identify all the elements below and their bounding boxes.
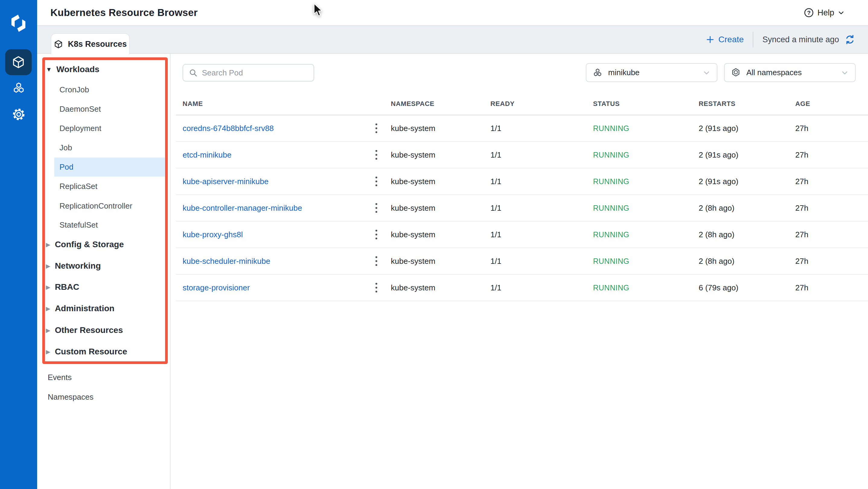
tab-strip: K8s Resources Create Synced a minute ago: [37, 26, 868, 54]
create-label: Create: [718, 35, 744, 44]
cell-namespace: kube-system: [391, 150, 490, 160]
pod-name-link[interactable]: kube-controller-manager-minikube: [183, 204, 370, 213]
pod-name-link[interactable]: storage-provisioner: [183, 283, 370, 293]
svg-text:?: ?: [807, 10, 811, 16]
main-content: minikube All namespaces NAME NAMESPACE R…: [170, 54, 868, 489]
cluster-select[interactable]: minikube: [586, 63, 717, 82]
cell-ready: 1/1: [490, 150, 593, 160]
cell-age: 27h: [795, 283, 868, 293]
gear-icon: [12, 108, 26, 121]
rail-item-clusters[interactable]: [12, 81, 26, 95]
table-row: coredns-674b8bbfcf-srv88 kube-system 1/1…: [176, 115, 868, 142]
cell-namespace: kube-system: [391, 177, 490, 186]
pod-name-link[interactable]: kube-proxy-ghs8l: [183, 230, 370, 239]
cell-namespace: kube-system: [391, 204, 490, 213]
cell-restarts: 6 (79s ago): [699, 283, 795, 293]
nav-item-pod[interactable]: Pod: [59, 158, 73, 176]
nav-item-daemonset[interactable]: DaemonSet: [59, 100, 101, 118]
row-actions-kebab-icon[interactable]: [370, 280, 383, 295]
help-label: Help: [817, 8, 834, 18]
rail-item-k8s-resources[interactable]: [5, 49, 32, 75]
rail-item-settings[interactable]: [12, 108, 26, 121]
search-input[interactable]: [202, 68, 308, 78]
tab-label: K8s Resources: [68, 39, 127, 49]
row-actions-kebab-icon[interactable]: [370, 227, 383, 242]
nav-section-label: Other Resources: [55, 326, 123, 335]
cell-ready: 1/1: [490, 124, 593, 133]
cell-ready: 1/1: [490, 283, 593, 293]
sync-icon: [844, 34, 855, 45]
nav-section-label: RBAC: [55, 282, 80, 292]
cell-ready: 1/1: [490, 230, 593, 239]
app-rail: [0, 0, 37, 489]
search-icon: [189, 68, 198, 77]
status-badge: RUNNING: [593, 283, 699, 292]
row-actions-kebab-icon[interactable]: [370, 121, 383, 135]
triangle-down-icon: ▼: [46, 66, 52, 72]
nav-section-config-storage[interactable]: ▶ Config & Storage: [46, 237, 124, 252]
cell-namespace: kube-system: [391, 230, 490, 239]
triangle-right-icon: ▶: [46, 284, 51, 290]
help-icon: ?: [803, 7, 814, 18]
nav-section-networking[interactable]: ▶ Networking: [46, 259, 101, 273]
nav-section-workloads[interactable]: ▼ Workloads: [46, 62, 99, 77]
namespace-select-value: All namespaces: [746, 68, 835, 77]
column-header-ready: READY: [490, 100, 593, 108]
chevron-down-icon: [702, 68, 711, 77]
namespace-select[interactable]: All namespaces: [724, 63, 856, 82]
row-actions-kebab-icon[interactable]: [370, 254, 383, 268]
nav-item-statefulset[interactable]: StatefulSet: [59, 216, 98, 234]
row-actions-kebab-icon[interactable]: [370, 174, 383, 189]
cell-age: 27h: [795, 150, 868, 160]
pod-name-link[interactable]: coredns-674b8bbfcf-srv88: [183, 124, 370, 133]
nav-item-cronjob[interactable]: CronJob: [59, 80, 89, 99]
table-header-row: NAME NAMESPACE READY STATUS RESTARTS AGE: [176, 93, 868, 115]
nav-section-label: Networking: [55, 261, 101, 271]
row-actions-kebab-icon[interactable]: [370, 148, 383, 162]
nav-item-job[interactable]: Job: [59, 138, 72, 157]
cell-restarts: 2 (91s ago): [699, 124, 795, 133]
cube-icon: [54, 39, 63, 49]
cell-restarts: 2 (8h ago): [699, 256, 795, 266]
nav-section-label: Custom Resource: [55, 347, 127, 357]
status-badge: RUNNING: [593, 257, 699, 266]
create-button[interactable]: Create: [706, 35, 744, 44]
triangle-right-icon: ▶: [46, 263, 51, 269]
triangle-right-icon: ▶: [46, 328, 51, 333]
chevron-down-icon: [837, 9, 845, 17]
nav-section-rbac[interactable]: ▶ RBAC: [46, 280, 80, 294]
column-header-status: STATUS: [593, 100, 699, 108]
cell-age: 27h: [795, 256, 868, 266]
pod-name-link[interactable]: kube-apiserver-minikube: [183, 177, 370, 186]
plus-icon: [706, 35, 715, 44]
help-menu[interactable]: ? Help: [803, 0, 845, 25]
tab-k8s-resources[interactable]: K8s Resources: [51, 33, 130, 54]
cluster-icon: [12, 81, 26, 95]
nav-item-deployment[interactable]: Deployment: [59, 119, 101, 137]
nav-item-events[interactable]: Events: [48, 370, 72, 385]
refresh-button[interactable]: [844, 33, 856, 45]
cell-restarts: 2 (8h ago): [699, 230, 795, 239]
pod-name-link[interactable]: etcd-minikube: [183, 150, 370, 160]
pod-name-link[interactable]: kube-scheduler-minikube: [183, 256, 370, 266]
cell-age: 27h: [795, 230, 868, 239]
resource-nav-panel: ▼ Workloads CronJob DaemonSet Deployment…: [37, 54, 170, 489]
cell-age: 27h: [795, 124, 868, 133]
app-header: Kubernetes Resource Browser ? Help: [37, 0, 868, 26]
nav-section-other-resources[interactable]: ▶ Other Resources: [46, 323, 123, 337]
cell-restarts: 2 (8h ago): [699, 204, 795, 213]
nav-item-replicaset[interactable]: ReplicaSet: [59, 177, 97, 195]
status-badge: RUNNING: [593, 151, 699, 159]
nav-section-administration[interactable]: ▶ Administration: [46, 301, 114, 316]
nav-item-namespaces[interactable]: Namespaces: [48, 390, 94, 404]
nav-section-custom-resource[interactable]: ▶ Custom Resource: [46, 344, 127, 359]
cell-ready: 1/1: [490, 256, 593, 266]
table-row: kube-controller-manager-minikube kube-sy…: [176, 195, 868, 221]
status-badge: RUNNING: [593, 124, 699, 133]
cell-restarts: 2 (91s ago): [699, 177, 795, 186]
sync-status-text: Synced a minute ago: [763, 35, 839, 44]
nav-item-replicationcontroller[interactable]: ReplicationController: [59, 196, 132, 215]
table-row: etcd-minikube kube-system 1/1 RUNNING 2 …: [176, 142, 868, 169]
nav-section-label: Administration: [55, 304, 115, 313]
row-actions-kebab-icon[interactable]: [370, 201, 383, 215]
